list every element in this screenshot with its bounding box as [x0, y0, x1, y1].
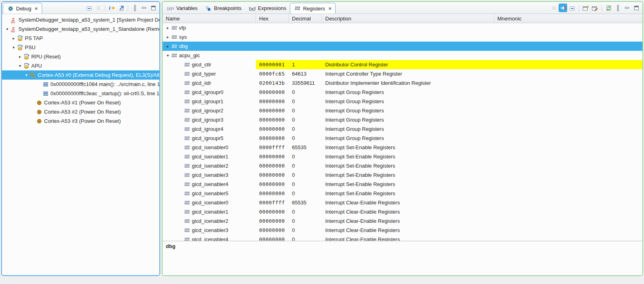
debug-tree-item[interactable]: ▾ΣTCFSystemDebugger_testapp_a53_system_1… — [2, 24, 159, 34]
minimize-button[interactable] — [140, 4, 148, 12]
register-description-cell — [322, 51, 494, 60]
collapse-all-button[interactable] — [568, 4, 576, 12]
register-hex-cell: 00000000 — [256, 235, 289, 241]
expanded-arrow-icon[interactable]: ▾ — [4, 27, 10, 31]
register-row[interactable]: ▸10100101dbg — [163, 42, 642, 51]
register-icon: 10100101 — [183, 146, 191, 150]
register-row[interactable]: ▸10100101sys — [163, 32, 642, 42]
expressions-icon — [249, 5, 256, 11]
debug-tree-item[interactable]: 0x00000000fffc3eac _startup(): xil-crt0.… — [2, 89, 159, 98]
remove-all-button[interactable] — [549, 4, 558, 12]
register-row[interactable]: ▸10100101vfp — [163, 23, 642, 32]
register-mnemonic-cell — [494, 161, 642, 170]
add-register-group-button[interactable] — [582, 4, 590, 12]
register-decimal-cell: 0 — [289, 216, 322, 226]
close-icon[interactable]: ✕ — [328, 6, 332, 11]
register-decimal-cell: 33559611 — [289, 78, 322, 88]
expanded-arrow-icon[interactable]: ▾ — [24, 73, 29, 77]
collapsed-arrow-icon[interactable]: ▸ — [165, 26, 171, 30]
debug-tree-item[interactable]: Cortex-A53 #1 (Power On Reset) — [2, 98, 159, 107]
remove-all-terminated-button[interactable] — [94, 4, 103, 12]
register-name-cell: 10100101gicd_igroupr1 — [163, 97, 256, 106]
expanded-arrow-icon[interactable]: ▾ — [11, 45, 16, 50]
instruction-stepping-mode-button[interactable]: i — [108, 4, 116, 12]
register-row[interactable]: 10100101gicd_igroupr0000000000Interrupt … — [163, 88, 642, 97]
register-row[interactable]: 10100101gicd_icenabler3000000000Interrup… — [163, 226, 642, 235]
register-description-cell: Distributor Implementer Identification R… — [322, 78, 494, 88]
register-icon: 10100101 — [183, 192, 191, 196]
collapsed-arrow-icon[interactable]: ▸ — [165, 35, 171, 39]
register-name-label: gicd_icenabler4 — [191, 236, 228, 241]
tab-label: Variables — [176, 5, 197, 11]
register-row[interactable]: 10100101gicd_igroupr5000000000Interrupt … — [163, 134, 642, 143]
debug-tree-item[interactable]: 0x00000000fffc1084 main(): ../src/main.c… — [2, 80, 159, 89]
column-header-mnemonic[interactable]: Mnemonic — [494, 14, 642, 23]
register-name-cell: ▸10100101vfp — [163, 23, 256, 32]
collapsed-arrow-icon[interactable]: ▸ — [17, 54, 23, 59]
register-row[interactable]: 10100101gicd_isenabler1000000000Interrup… — [163, 152, 642, 161]
debug-tree-item[interactable]: Cortex-A53 #2 (Power On Reset) — [2, 107, 159, 116]
view-menu-button[interactable] — [614, 4, 622, 12]
column-header-decimal[interactable]: Decimal — [289, 14, 322, 23]
edit-register-group-button[interactable] — [591, 4, 599, 12]
debug-tree-item[interactable]: ▾PSU — [2, 43, 159, 52]
register-row[interactable]: 10100101gicd_isenabler00000ffff65535Inte… — [163, 143, 642, 152]
tab-debug[interactable]: Debug✕ — [3, 3, 42, 14]
register-row[interactable]: 10100101gicd_igroupr4000000000Interrupt … — [163, 124, 642, 134]
svg-text:(x)=: (x)= — [167, 6, 174, 11]
register-group-icon: 10100101 — [171, 54, 178, 58]
tab-registers[interactable]: 10100101Registers✕ — [290, 3, 336, 14]
tab-variables[interactable]: (x)=Variables — [163, 3, 201, 14]
collapsed-arrow-icon[interactable]: ▸ — [165, 44, 171, 48]
debug-tree-item[interactable]: ▾Cortex-A53 #0 (External Debug Request),… — [2, 70, 159, 80]
register-row[interactable]: 10100101gicd_typer0000fc6564613Interrupt… — [163, 69, 642, 78]
debug-tree-item[interactable]: ΣTCFSystemDebugger_testapp_a53_system_1 … — [2, 15, 159, 24]
collapsed-arrow-icon[interactable]: ▸ — [11, 36, 16, 40]
debug-tree-item[interactable]: ▸PS TAP — [2, 34, 159, 43]
register-description-cell — [322, 32, 494, 42]
register-row[interactable]: 10100101gicd_icenabler1000000000Interrup… — [163, 207, 642, 216]
register-row[interactable]: ▾10100101acpu_gic — [163, 51, 642, 60]
column-header-hex[interactable]: Hex — [256, 14, 289, 23]
expanded-arrow-icon[interactable]: ▾ — [17, 64, 23, 68]
register-mnemonic-cell — [494, 198, 642, 207]
debug-tree-item[interactable]: ▸RPU (Reset) — [2, 52, 159, 61]
collapse-all-button[interactable] — [85, 4, 93, 12]
locked-core-icon — [29, 72, 36, 78]
register-name-cell: 10100101gicd_icenabler1 — [163, 207, 256, 216]
minimize-icon — [141, 6, 148, 10]
export-launch-configuration-button[interactable] — [117, 4, 125, 12]
close-icon[interactable]: ✕ — [34, 6, 38, 11]
column-header-name[interactable]: Name — [163, 14, 256, 23]
tab-breakpoints[interactable]: Breakpoints — [201, 3, 245, 14]
maximize-button[interactable] — [632, 4, 640, 12]
view-menu-button[interactable] — [131, 4, 139, 12]
link-with-debug-context-button[interactable] — [559, 4, 567, 12]
register-row[interactable]: 10100101gicd_isenabler4000000000Interrup… — [163, 180, 642, 189]
register-row[interactable]: 10100101gicd_isenabler5000000000Interrup… — [163, 189, 642, 198]
register-description-cell: Interrupt Clear-Enable Registers — [322, 226, 494, 235]
register-row[interactable]: 10100101gicd_isenabler2000000000Interrup… — [163, 161, 642, 170]
register-row[interactable]: 10100101gicd_ctlr000000011Distributor Co… — [163, 60, 642, 69]
register-row[interactable]: 10100101gicd_icenabler00000ffff65535Inte… — [163, 198, 642, 207]
register-row[interactable]: 10100101gicd_icenabler2000000000Interrup… — [163, 216, 642, 226]
tab-expressions[interactable]: Expressions — [245, 3, 290, 14]
refresh-registers-button[interactable] — [604, 4, 613, 12]
debug-tree-item[interactable]: ▾APU — [2, 61, 159, 70]
register-row[interactable]: 10100101gicd_igroupr2000000000Interrupt … — [163, 106, 642, 115]
minimize-button[interactable] — [623, 4, 631, 12]
register-row[interactable]: 10100101gicd_igroupr1000000000Interrupt … — [163, 97, 642, 106]
expanded-arrow-icon[interactable]: ▾ — [165, 53, 171, 58]
register-row[interactable]: 10100101gicd_icenabler4000000000Interrup… — [163, 235, 642, 241]
maximize-button[interactable] — [149, 4, 157, 12]
register-row[interactable]: 10100101gicd_iidr0200143b33559611Distrib… — [163, 78, 642, 88]
debug-tree-item[interactable]: Cortex-A53 #3 (Power On Reset) — [2, 116, 159, 126]
register-row[interactable]: 10100101gicd_igroupr3000000000Interrupt … — [163, 115, 642, 124]
register-hex-cell: 00000001 — [256, 60, 289, 69]
register-description-cell: Interrupt Clear-Enable Registers — [322, 198, 494, 207]
stack-frame-icon — [42, 91, 49, 96]
register-decimal-cell — [289, 23, 322, 32]
register-row[interactable]: 10100101gicd_isenabler3000000000Interrup… — [163, 170, 642, 180]
column-header-description[interactable]: Description — [322, 14, 494, 23]
register-decimal-cell: 0 — [289, 207, 322, 216]
